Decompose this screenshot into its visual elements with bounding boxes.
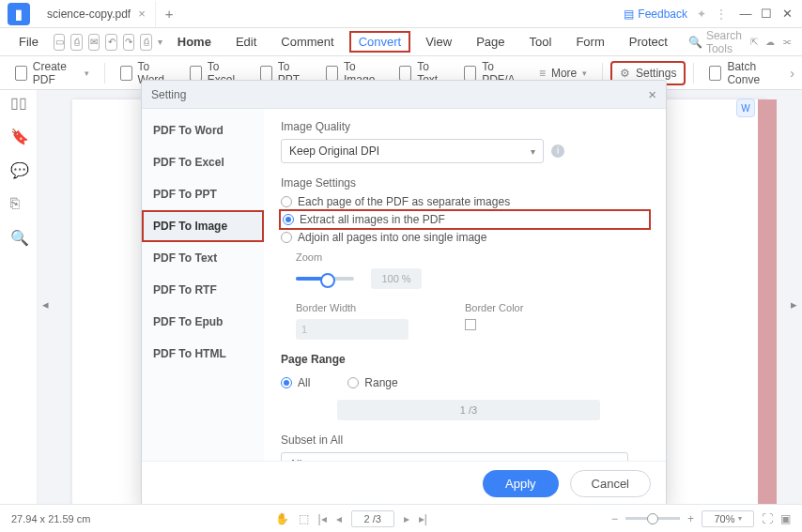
zoom-out-icon[interactable]: − xyxy=(611,512,618,525)
image-quality-select[interactable]: Keep Original DPI xyxy=(281,139,544,163)
save-icon[interactable]: ⎙ xyxy=(70,34,82,51)
subset-select[interactable]: All pages xyxy=(281,452,628,461)
select-tool-icon[interactable]: ⬚ xyxy=(299,512,309,525)
menu-protect[interactable]: Protect xyxy=(620,31,677,53)
search-panel-icon[interactable]: 🔍 xyxy=(10,229,27,246)
menu-home[interactable]: Home xyxy=(168,31,221,53)
page-range-range[interactable]: Range xyxy=(347,376,397,389)
fullscreen-icon[interactable]: ▣ xyxy=(780,512,791,525)
menu-form[interactable]: Form xyxy=(566,31,613,53)
titlebar: ▮ science-copy.pdf × + ▤ Feedback ✦ ⋮ — … xyxy=(0,0,802,28)
zoom-level-slider[interactable] xyxy=(625,517,680,520)
prev-page-icon[interactable]: ◂ xyxy=(336,512,342,525)
zoom-slider[interactable] xyxy=(296,277,354,281)
redo-icon[interactable]: ↷ xyxy=(123,34,134,51)
undo-icon[interactable]: ↶ xyxy=(105,34,116,51)
border-color-swatch[interactable] xyxy=(465,319,476,330)
sidebar-item-word[interactable]: PDF To Word xyxy=(142,114,264,146)
radio-icon xyxy=(281,196,292,207)
option-adjoin[interactable]: Adjoin all pages into one single image xyxy=(281,231,649,244)
thumbnails-icon[interactable]: ▯▯ xyxy=(10,94,27,111)
close-window-button[interactable]: ✕ xyxy=(778,5,796,23)
menu-convert[interactable]: Convert xyxy=(349,31,411,53)
image-icon xyxy=(326,66,338,81)
open-icon[interactable]: ▭ xyxy=(54,34,65,51)
mail-icon[interactable]: ✉ xyxy=(88,34,100,51)
feedback-link[interactable]: ▤ Feedback xyxy=(624,8,687,21)
minimize-button[interactable]: — xyxy=(736,5,755,23)
border-color-label: Border Color xyxy=(465,302,523,313)
dialog-footer: Apply Cancel xyxy=(142,461,666,506)
comment-panel-icon[interactable]: 💬 xyxy=(10,161,27,178)
menu-page[interactable]: Page xyxy=(467,31,514,53)
print-icon[interactable]: ⎙ xyxy=(140,34,151,51)
gear-icon: ⚙ xyxy=(620,67,630,80)
sidebar-item-ppt[interactable]: PDF To PPT xyxy=(142,178,264,210)
word-icon xyxy=(120,66,132,81)
cancel-button[interactable]: Cancel xyxy=(570,470,651,497)
canvas-next-icon[interactable]: ▸ xyxy=(791,297,797,312)
option-each-page[interactable]: Each page of the PDF as separate images xyxy=(281,195,649,208)
word-float-icon[interactable]: W xyxy=(736,99,755,117)
hand-tool-icon[interactable]: ✋ xyxy=(275,512,289,525)
page-number-input[interactable]: 2 /3 xyxy=(351,510,394,527)
range-input[interactable]: 1 /3 xyxy=(337,400,600,420)
sidebar-item-epub[interactable]: PDF To Epub xyxy=(142,306,264,338)
attachment-icon[interactable]: ⎘ xyxy=(10,195,27,212)
dialog-close-icon[interactable]: × xyxy=(648,86,656,102)
zoom-label: Zoom xyxy=(296,251,649,263)
fit-width-icon[interactable]: ⛶ xyxy=(762,512,773,525)
radio-selected-icon xyxy=(281,377,292,388)
sidebar-item-image[interactable]: PDF To Image xyxy=(142,210,264,242)
tab-title: science-copy.pdf xyxy=(47,8,131,21)
cloud-icon[interactable]: ☁ xyxy=(764,34,776,51)
zoom-value-box[interactable]: 100 % xyxy=(371,268,422,289)
info-icon[interactable]: i xyxy=(551,144,564,158)
option-extract-all[interactable]: Extract all images in the PDF xyxy=(281,211,649,228)
toolbar-scroll-right-icon[interactable]: › xyxy=(790,66,794,81)
pin-icon[interactable]: ⫘ xyxy=(781,34,793,51)
dialog-content: Image Quality Keep Original DPI i Image … xyxy=(264,109,666,461)
menu-view[interactable]: View xyxy=(416,31,461,53)
menu-edit[interactable]: Edit xyxy=(226,31,266,53)
radio-icon xyxy=(281,232,292,243)
sidebar-item-excel[interactable]: PDF To Excel xyxy=(142,146,264,178)
menu-comment[interactable]: Comment xyxy=(271,31,343,53)
new-tab-button[interactable]: + xyxy=(156,6,183,22)
excel-icon xyxy=(190,66,202,81)
more-icon: ≡ xyxy=(539,67,546,80)
canvas-prev-icon[interactable]: ◂ xyxy=(42,297,49,312)
radio-selected-icon xyxy=(283,214,294,225)
feedback-icon: ▤ xyxy=(624,8,634,21)
status-bar: 27.94 x 21.59 cm ✋ ⬚ |◂ ◂ 2 /3 ▸ ▸| − + … xyxy=(0,504,802,532)
document-tab[interactable]: science-copy.pdf × xyxy=(38,1,156,27)
menu-file[interactable]: File xyxy=(9,31,48,53)
border-width-input[interactable]: 1 xyxy=(296,319,409,340)
menu-tool[interactable]: Tool xyxy=(520,31,562,53)
batch-convert-button[interactable]: Batch Conve xyxy=(702,56,786,90)
sidebar-item-html[interactable]: PDF To HTML xyxy=(142,338,264,370)
last-page-icon[interactable]: ▸| xyxy=(419,512,427,525)
sidebar-item-text[interactable]: PDF To Text xyxy=(142,242,264,274)
print-dropdown-icon[interactable]: ▾ xyxy=(158,37,162,47)
ai-icon[interactable]: ✦ xyxy=(697,8,706,21)
image-quality-label: Image Quality xyxy=(281,120,649,133)
apply-button[interactable]: Apply xyxy=(483,470,559,497)
zoom-percent-select[interactable]: 70% xyxy=(702,510,754,527)
create-pdf-button[interactable]: Create PDF▾ xyxy=(8,56,97,90)
next-page-icon[interactable]: ▸ xyxy=(404,512,409,525)
tab-close-icon[interactable]: × xyxy=(138,7,146,21)
first-page-icon[interactable]: |◂ xyxy=(318,512,327,525)
sidebar-item-rtf[interactable]: PDF To RTF xyxy=(142,274,264,306)
settings-dialog: Setting × PDF To Word PDF To Excel PDF T… xyxy=(141,80,667,507)
image-settings-label: Image Settings xyxy=(281,176,649,190)
maximize-button[interactable]: ☐ xyxy=(757,5,776,23)
share-icon[interactable]: ⇱ xyxy=(748,34,760,51)
zoom-in-icon[interactable]: + xyxy=(687,512,694,525)
search-tools-input[interactable]: 🔍 Search Tools xyxy=(688,29,743,55)
bookmark-icon[interactable]: 🔖 xyxy=(10,128,27,144)
page-range-all[interactable]: All xyxy=(281,376,310,389)
kebab-icon[interactable]: ⋮ xyxy=(716,8,727,21)
dialog-header: Setting × xyxy=(142,81,666,109)
dialog-sidebar: PDF To Word PDF To Excel PDF To PPT PDF … xyxy=(142,109,264,461)
